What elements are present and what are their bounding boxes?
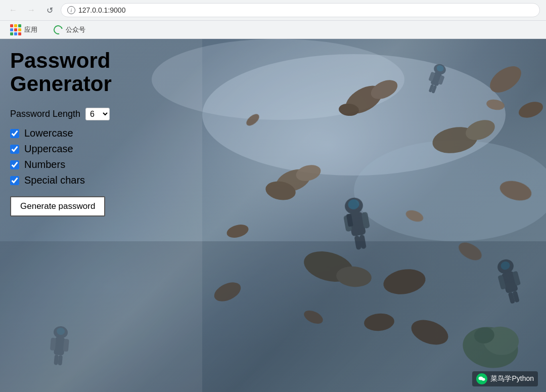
uppercase-checkbox[interactable] <box>10 145 19 154</box>
special-chars-row: Special chars <box>10 175 152 186</box>
refresh-small-icon <box>52 23 65 36</box>
refresh-button[interactable]: ↺ <box>42 3 57 17</box>
page-title: Password Generator <box>10 49 152 96</box>
security-icon: i <box>67 6 75 14</box>
special-chars-checkbox[interactable] <box>10 176 19 185</box>
url-text: 127.0.0.1:9000 <box>78 6 125 14</box>
watermark: 菜鸟学Python <box>472 371 538 386</box>
wechat-label: 公众号 <box>66 25 85 34</box>
address-bar[interactable]: i 127.0.0.1:9000 <box>61 3 540 17</box>
lowercase-checkbox[interactable] <box>10 129 19 138</box>
apps-icon <box>10 24 21 35</box>
svg-point-63 <box>482 378 485 381</box>
numbers-checkbox[interactable] <box>10 160 19 169</box>
generate-password-button[interactable]: Generate password <box>10 196 105 216</box>
browser-title-bar: ← → ↺ i 127.0.0.1:9000 <box>0 0 546 20</box>
password-length-label: Password Length <box>10 109 80 119</box>
password-length-row: Password Length 6 8 10 12 16 20 <box>10 108 152 120</box>
bookmarks-bar: 应用 公众号 <box>0 20 546 38</box>
wechat-bookmark[interactable]: 公众号 <box>50 23 89 36</box>
browser-chrome: ← → ↺ i 127.0.0.1:9000 应用 <box>0 0 546 39</box>
ui-panel: Password Generator Password Length 6 8 1… <box>0 39 162 227</box>
numbers-label: Numbers <box>24 159 65 170</box>
forward-button[interactable]: → <box>24 3 38 17</box>
password-length-select[interactable]: 6 8 10 12 16 20 <box>85 108 110 120</box>
lowercase-row: Lowercase <box>10 127 152 139</box>
special-chars-label: Special chars <box>24 175 85 186</box>
numbers-row: Numbers <box>10 159 152 170</box>
page-content: Password Generator Password Length 6 8 1… <box>0 39 546 392</box>
back-button[interactable]: ← <box>6 3 20 17</box>
wechat-icon <box>476 373 487 384</box>
lowercase-label: Lowercase <box>24 127 73 139</box>
apps-label: 应用 <box>24 25 37 34</box>
uppercase-label: Uppercase <box>24 143 73 155</box>
apps-bookmark[interactable]: 应用 <box>6 22 41 37</box>
uppercase-row: Uppercase <box>10 143 152 155</box>
watermark-text: 菜鸟学Python <box>490 374 534 383</box>
